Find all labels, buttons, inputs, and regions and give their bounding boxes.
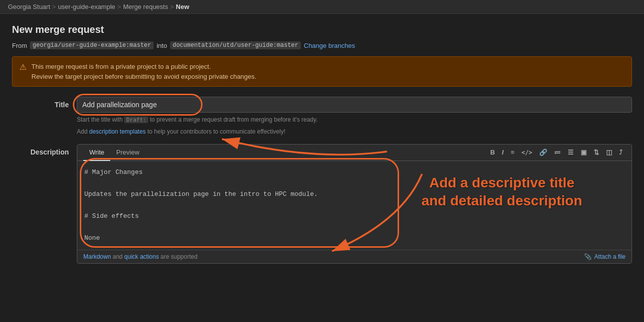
editor-footer: Markdown and quick actions are supported… [77, 250, 632, 263]
breadcrumb-current: New [176, 3, 190, 10]
warning-line2: Review the target project before submitt… [31, 72, 256, 82]
hint-draft-end: to prevent a merge request draft from me… [150, 116, 317, 123]
footer-markdown-info: Markdown and quick actions are supported [83, 253, 198, 260]
toolbar-bold[interactable]: B [487, 147, 498, 158]
editor-tab-bar: Write Preview B I ≡ </> 🔗 ≔ ☰ ▣ ⇅ [77, 145, 632, 161]
breadcrumb-sep-1: > [52, 3, 56, 10]
attach-file-button[interactable]: 📎 Attach a file [584, 253, 626, 260]
branch-info: From georgia/user-guide-example:master i… [12, 41, 632, 49]
description-form-section: Description Write Preview B I ≡ </> [12, 144, 632, 264]
title-form-section: Title Start the title with Draft: to pre… [12, 97, 632, 136]
breadcrumb-home[interactable]: Georgia Stuart [8, 3, 50, 10]
footer-and: and [113, 253, 124, 260]
title-input[interactable] [77, 97, 632, 113]
title-hint-draft: Start the title with Draft: to prevent a… [77, 115, 632, 125]
footer-supported: are supported [161, 253, 198, 260]
breadcrumb: Georgia Stuart > user-guide-example > Me… [0, 0, 644, 14]
hint-desc-text: Add [77, 128, 87, 135]
warning-icon: ⚠ [19, 62, 26, 72]
attach-file-label: Attach a file [594, 253, 626, 260]
quick-actions-link[interactable]: quick actions [124, 253, 159, 260]
toolbar-table[interactable]: ◫ [603, 147, 615, 158]
breadcrumb-repo[interactable]: user-guide-example [58, 3, 115, 10]
description-label: Description [12, 144, 77, 156]
toolbar-code[interactable]: </> [518, 147, 535, 158]
description-templates-link[interactable]: description templates [89, 128, 146, 135]
warning-banner: ⚠ This merge request is from a private p… [12, 56, 632, 87]
hint-desc-end: to help your contributors to communicate… [147, 128, 285, 135]
editor-toolbar: B I ≡ </> 🔗 ≔ ☰ ▣ ⇅ ◫ ⤴ [487, 145, 626, 160]
toolbar-italic[interactable]: I [499, 147, 507, 158]
toolbar-link[interactable]: 🔗 [536, 147, 550, 158]
attach-icon: 📎 [584, 253, 592, 260]
target-branch: documentation/utd/user-guide:master [170, 41, 301, 49]
source-branch: georgia/user-guide-example:master [30, 41, 154, 49]
breadcrumb-mr[interactable]: Merge requests [123, 3, 168, 10]
toolbar-task-list[interactable]: ▣ [578, 147, 590, 158]
toolbar-collapsible[interactable]: ⇅ [591, 147, 602, 158]
toolbar-heading[interactable]: ≡ [508, 147, 518, 158]
branch-into-label: into [157, 42, 167, 49]
description-field-wrapper: Write Preview B I ≡ </> 🔗 ≔ ☰ ▣ ⇅ [77, 144, 632, 264]
markdown-link[interactable]: Markdown [83, 253, 111, 260]
hint-draft-code: Draft: [124, 117, 148, 123]
warning-line1: This merge request is from a private pro… [31, 62, 256, 72]
description-editor: Write Preview B I ≡ </> 🔗 ≔ ☰ ▣ ⇅ [77, 144, 632, 264]
title-field-wrapper: Start the title with Draft: to prevent a… [77, 97, 632, 136]
warning-text: This merge request is from a private pro… [31, 62, 256, 81]
breadcrumb-sep-2: > [117, 3, 121, 10]
branch-from-label: From [12, 42, 27, 49]
hint-draft-text: Start the title with [77, 116, 123, 123]
toolbar-numbered-list[interactable]: ☰ [565, 147, 577, 158]
title-label: Title [12, 97, 77, 109]
editor-content-area[interactable]: # Major Changes Updates the parallelizat… [77, 161, 632, 250]
tab-write[interactable]: Write [83, 145, 110, 161]
page-title: New merge request [12, 24, 632, 35]
toolbar-fullscreen[interactable]: ⤴ [616, 147, 626, 158]
change-branches-link[interactable]: Change branches [304, 42, 355, 49]
tab-preview[interactable]: Preview [110, 145, 145, 161]
title-hint-description: Add description templates to help your c… [77, 127, 632, 136]
toolbar-bullet-list[interactable]: ≔ [551, 147, 564, 158]
breadcrumb-sep-3: > [170, 3, 174, 10]
